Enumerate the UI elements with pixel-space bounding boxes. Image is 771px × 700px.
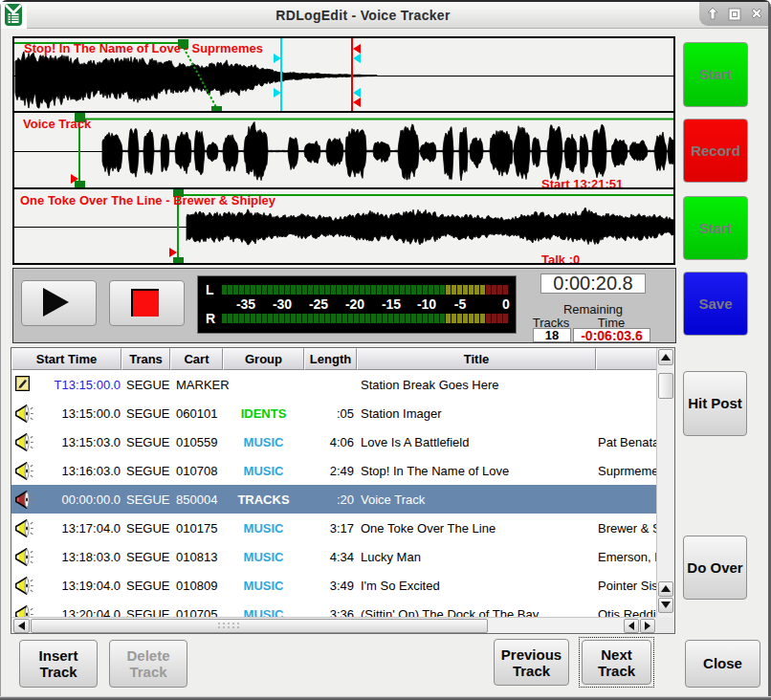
svg-text:R: R [206, 311, 215, 326]
svg-text:L: L [206, 282, 214, 297]
svg-text:-10: -10 [417, 296, 436, 312]
svg-text:-25: -25 [309, 296, 328, 312]
svg-text:-20: -20 [345, 296, 364, 312]
svg-text:-15: -15 [382, 296, 401, 312]
svg-text:-5: -5 [454, 296, 467, 312]
svg-text:-35: -35 [236, 296, 255, 312]
svg-text:-30: -30 [273, 296, 292, 312]
svg-text:0: 0 [502, 296, 510, 312]
